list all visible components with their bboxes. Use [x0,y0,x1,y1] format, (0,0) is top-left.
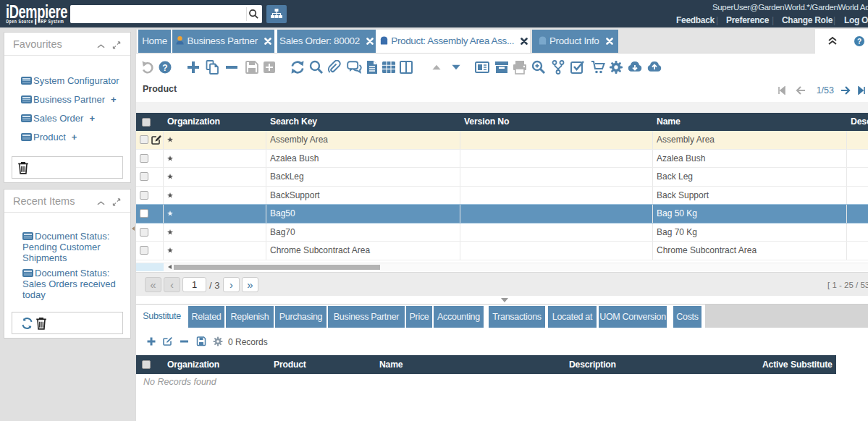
svg-text:?: ? [857,38,861,46]
svg-text:?: ? [162,63,167,73]
